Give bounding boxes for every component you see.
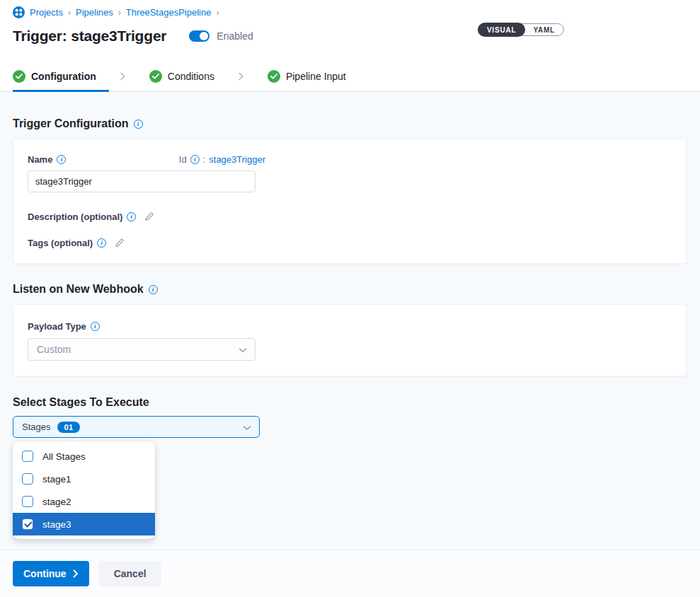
chevron-right-icon: › [216, 8, 219, 18]
checkbox[interactable] [22, 451, 33, 462]
top-bar: Projects › Pipelines › ThreeStagesPipeli… [0, 0, 700, 61]
name-id-row: Name i Id i : stage3Trigger [28, 154, 265, 165]
cancel-label: Cancel [114, 568, 147, 579]
description-row: Description (optional) i [28, 211, 672, 222]
check-circle-icon [13, 70, 25, 83]
stages-multiselect[interactable]: Stages 01 [13, 416, 260, 438]
label-text: Name [28, 154, 52, 165]
page-title: Trigger: stage3Trigger [13, 28, 166, 45]
stages-select-wrap: Stages 01 All Stages stage1 stage2 [13, 416, 260, 438]
enabled-toggle[interactable] [189, 30, 210, 42]
trigger-configuration-page: Projects › Pipelines › ThreeStagesPipeli… [0, 0, 700, 597]
visual-yaml-toggle: VISUAL YAML [478, 23, 564, 36]
check-circle-icon [149, 70, 162, 83]
breadcrumb-link-projects[interactable]: Projects [30, 7, 63, 18]
chevron-right-icon: › [68, 8, 71, 18]
continue-label: Continue [23, 568, 67, 579]
visual-mode-button[interactable]: VISUAL [478, 23, 525, 37]
option-label: stage3 [42, 519, 71, 530]
trigger-configuration-card: Name i Id i : stage3Trigger Description … [13, 139, 687, 264]
webhook-heading: Listen on New Webhook i [13, 283, 687, 296]
option-stage2[interactable]: stage2 [13, 490, 155, 513]
option-stage3[interactable]: stage3 [13, 513, 155, 535]
info-icon[interactable]: i [149, 285, 158, 294]
footer-action-bar: Continue Cancel [0, 550, 700, 597]
info-icon[interactable]: i [134, 120, 143, 129]
tab-configuration[interactable]: Configuration [13, 61, 109, 92]
edit-tags-icon[interactable] [114, 238, 125, 248]
option-stage1[interactable]: stage1 [13, 468, 155, 490]
chevron-down-icon [239, 344, 247, 355]
heading-text: Trigger Configuration [13, 117, 129, 130]
name-input[interactable] [28, 170, 256, 192]
tab-label: Conditions [168, 71, 214, 82]
projects-icon [13, 6, 25, 18]
tab-conditions[interactable]: Conditions [149, 61, 227, 92]
edit-description-icon[interactable] [144, 211, 154, 222]
stages-dropdown-panel: All Stages stage1 stage2 stage3 [13, 441, 155, 539]
yaml-mode-button[interactable]: YAML [524, 23, 564, 36]
chevron-right-icon [73, 569, 79, 578]
label-text: Description (optional) [28, 211, 122, 222]
continue-button[interactable]: Continue [13, 561, 89, 586]
payload-type-select[interactable]: Custom [28, 338, 256, 361]
chevron-down-icon [243, 421, 251, 434]
tab-label: Configuration [31, 71, 96, 82]
tab-pipeline-input[interactable]: Pipeline Input [268, 61, 359, 92]
info-icon[interactable]: i [91, 322, 100, 331]
main-content: Trigger Configuration i Name i Id i : st… [0, 92, 700, 550]
info-icon[interactable]: i [127, 212, 136, 221]
checkbox[interactable] [22, 473, 33, 485]
tab-label: Pipeline Input [286, 71, 346, 82]
webhook-card: Payload Type i Custom [13, 304, 687, 376]
label-text: Tags (optional) [28, 238, 93, 248]
payload-type-value: Custom [37, 344, 71, 355]
tags-label: Tags (optional) i [28, 238, 106, 248]
chevron-right-icon: › [118, 8, 121, 18]
description-label: Description (optional) i [28, 211, 136, 222]
cancel-button[interactable]: Cancel [99, 561, 161, 586]
checkbox[interactable] [22, 496, 33, 507]
option-all-stages[interactable]: All Stages [13, 445, 155, 468]
info-icon[interactable]: i [190, 155, 200, 164]
breadcrumb: Projects › Pipelines › ThreeStagesPipeli… [13, 6, 687, 18]
breadcrumb-link-pipelines[interactable]: Pipelines [76, 7, 113, 18]
info-icon[interactable]: i [97, 238, 106, 248]
id-separator: : [203, 154, 206, 165]
stages-heading: Select Stages To Execute [13, 396, 687, 409]
id-value[interactable]: stage3Trigger [209, 154, 265, 165]
option-label: stage2 [42, 497, 71, 507]
selected-count-badge: 01 [57, 422, 79, 433]
name-label: Name i [28, 154, 66, 165]
option-label: stage1 [42, 474, 71, 485]
chevron-right-icon [119, 71, 127, 81]
check-circle-icon [268, 70, 280, 83]
toggle-knob [200, 32, 208, 40]
heading-text: Listen on New Webhook [13, 283, 144, 296]
heading-text: Select Stages To Execute [13, 396, 149, 409]
option-label: All Stages [42, 451, 86, 462]
stages-select-label: Stages [22, 422, 50, 432]
wizard-tab-bar: Configuration Conditions Pipeline Input [0, 61, 700, 92]
info-icon[interactable]: i [57, 155, 66, 164]
breadcrumb-link-pipeline[interactable]: ThreeStagesPipeline [126, 7, 212, 18]
tags-row: Tags (optional) i [28, 238, 672, 248]
title-row: Trigger: stage3Trigger Enabled [13, 28, 687, 45]
trigger-configuration-heading: Trigger Configuration i [13, 93, 687, 130]
label-text: Payload Type [28, 321, 86, 332]
trigger-id: Id i : stage3Trigger [179, 154, 265, 165]
id-label: Id [179, 154, 187, 165]
checkbox[interactable] [22, 518, 33, 530]
chevron-right-icon [237, 71, 245, 81]
enabled-toggle-label: Enabled [217, 30, 253, 42]
payload-type-label: Payload Type i [28, 321, 100, 332]
